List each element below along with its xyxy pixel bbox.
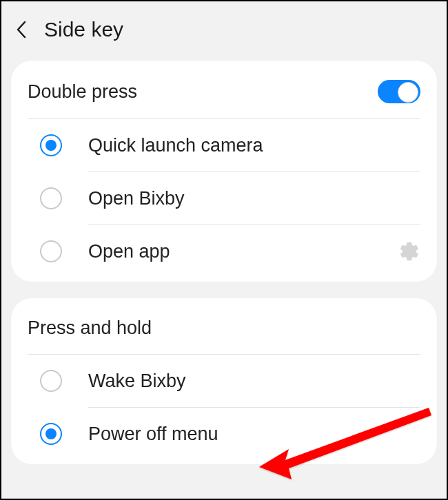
back-chevron-icon[interactable]: [15, 20, 28, 39]
option-open-bixby[interactable]: Open Bixby: [11, 172, 437, 225]
page-header: Side key: [1, 1, 447, 61]
double-press-card: Double press Quick launch camera Open Bi…: [11, 61, 437, 282]
page-title: Side key: [44, 18, 123, 41]
radio-open-app[interactable]: [40, 240, 62, 262]
option-open-app[interactable]: Open app: [11, 225, 437, 278]
radio-open-bixby[interactable]: [40, 187, 62, 209]
gear-icon[interactable]: [398, 240, 420, 262]
option-label: Quick launch camera: [88, 135, 420, 156]
radio-wake-bixby[interactable]: [40, 370, 62, 392]
option-label: Wake Bixby: [88, 371, 420, 392]
option-quick-launch-camera[interactable]: Quick launch camera: [11, 119, 437, 171]
double-press-title: Double press: [28, 81, 137, 103]
option-wake-bixby[interactable]: Wake Bixby: [11, 355, 437, 407]
press-hold-card: Press and hold Wake Bixby Power off menu: [11, 298, 437, 464]
press-hold-title: Press and hold: [28, 317, 152, 339]
double-press-section-header: Double press: [11, 65, 437, 118]
radio-quick-launch-camera[interactable]: [40, 134, 62, 156]
option-power-off-menu[interactable]: Power off menu: [11, 408, 437, 460]
option-label: Open Bixby: [88, 188, 420, 209]
radio-power-off-menu[interactable]: [40, 423, 62, 445]
press-hold-section-header: Press and hold: [11, 302, 437, 354]
option-label: Power off menu: [88, 424, 420, 445]
double-press-toggle[interactable]: [378, 80, 420, 103]
option-label: Open app: [88, 241, 372, 262]
